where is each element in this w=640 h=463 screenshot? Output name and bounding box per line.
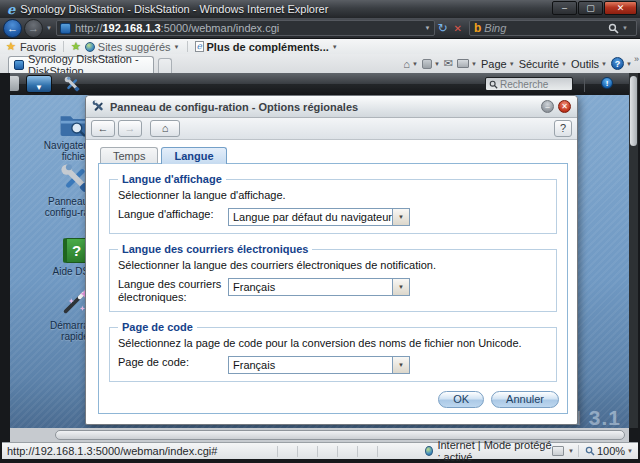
dialog-close-button[interactable]: ✕ bbox=[558, 100, 571, 113]
vertical-scrollbar-thumb[interactable] bbox=[630, 76, 637, 146]
control-panel-mini-icon bbox=[92, 100, 105, 113]
compatibility-view-icon[interactable] bbox=[552, 446, 564, 456]
print-button[interactable]: ▼ bbox=[457, 59, 477, 68]
selected-value: Français bbox=[229, 357, 392, 373]
codepage-select[interactable]: Français ▼ bbox=[228, 356, 410, 374]
suggested-sites-item[interactable]: Sites suggérés ▼ bbox=[85, 41, 180, 53]
new-tab-button[interactable] bbox=[158, 58, 172, 73]
status-link-text: http://192.168.1.3:5000/webman/index.cgi… bbox=[7, 445, 217, 457]
langue-tab-panel: Langue d'affichage Sélectionner la langu… bbox=[98, 163, 568, 414]
minimize-button[interactable]: – bbox=[552, 1, 577, 15]
url-prefix: http:// bbox=[75, 22, 103, 34]
recent-pages-dropdown-icon[interactable]: ▼ bbox=[46, 25, 52, 31]
mail-language-section: Langue des courriers électroniques Sélec… bbox=[109, 243, 557, 312]
edge-handle[interactable] bbox=[10, 76, 19, 91]
tools-menu[interactable]: Outils ▼ bbox=[571, 58, 607, 70]
read-mail-button[interactable]: ✉ bbox=[444, 57, 453, 70]
field-label: Page de code: bbox=[118, 356, 228, 369]
feeds-button[interactable]: ▼ bbox=[422, 59, 440, 69]
bing-logo-icon: b bbox=[474, 21, 481, 35]
dsm-search-input[interactable] bbox=[500, 79, 569, 90]
more-addons-item[interactable]: e Plus de compléments... ▼ bbox=[195, 41, 338, 53]
window-title: Synology DiskStation - DiskStation - Win… bbox=[20, 3, 328, 15]
dialog-forward-button[interactable]: → bbox=[118, 120, 142, 137]
chevron-down-icon: ▼ bbox=[412, 61, 418, 67]
dialog-minimize-button[interactable]: – bbox=[541, 100, 554, 113]
search-input[interactable] bbox=[484, 22, 608, 34]
security-menu[interactable]: Sécurité ▼ bbox=[519, 58, 567, 70]
management-button[interactable] bbox=[60, 75, 84, 93]
section-description: Sélectionner la langue des courriers éle… bbox=[118, 259, 548, 271]
back-button[interactable]: ← bbox=[3, 19, 22, 38]
display-language-select[interactable]: Langue par défaut du navigateur ▼ bbox=[228, 208, 410, 226]
section-description: Sélectionnez la page de code pour la con… bbox=[118, 337, 548, 349]
titlebar[interactable]: e Synology DiskStation - DiskStation - W… bbox=[0, 0, 640, 18]
command-bar: ⌂ ▼ ▼ ✉ ▼ Page ▼ Sécurité ▼ bbox=[403, 54, 632, 73]
chevron-down-icon[interactable]: ▼ bbox=[568, 448, 574, 454]
zoom-control[interactable]: 100% ▼ bbox=[578, 445, 633, 457]
zoom-level: 100% bbox=[597, 445, 625, 457]
zone-text: Internet | Mode protégé : activé bbox=[437, 439, 552, 463]
help-icon: ? bbox=[611, 57, 624, 70]
selected-value: Français bbox=[229, 279, 392, 295]
dialog-home-button[interactable]: ⌂ bbox=[150, 120, 180, 137]
ie-logo-icon: e bbox=[7, 3, 15, 16]
tab-synology-diskstation[interactable]: Synology DiskStation - DiskStation bbox=[8, 56, 154, 73]
favorites-label[interactable]: Favoris bbox=[20, 41, 56, 53]
section-legend: Langue des courriers électroniques bbox=[118, 243, 312, 255]
field-label: Langue d'affichage: bbox=[118, 208, 228, 221]
ok-button[interactable]: OK bbox=[438, 391, 484, 408]
address-dropdown-icon[interactable]: ▼ bbox=[425, 25, 431, 31]
section-legend: Page de code bbox=[118, 321, 197, 333]
combo-arrow-icon[interactable]: ▼ bbox=[392, 357, 409, 373]
stop-icon[interactable]: ✕ bbox=[454, 23, 462, 34]
refresh-icon[interactable]: ↻ bbox=[438, 21, 448, 35]
forward-button[interactable]: → bbox=[24, 19, 43, 38]
tab-langue[interactable]: Langue bbox=[161, 147, 226, 164]
combo-arrow-icon[interactable]: ▼ bbox=[392, 279, 409, 295]
site-favicon bbox=[60, 23, 71, 34]
chevron-down-icon: ▼ bbox=[434, 61, 440, 67]
vertical-scrollbar[interactable] bbox=[629, 73, 638, 428]
toolbar-overflow-chevron[interactable]: » bbox=[634, 54, 639, 64]
maximize-button[interactable]: ▢ bbox=[578, 1, 603, 15]
combo-arrow-icon[interactable]: ▼ bbox=[392, 209, 409, 225]
url-text: http://192.168.1.3:5000/webman/index.cgi bbox=[75, 22, 279, 34]
dialog-toolbar: ← → ⌂ ? bbox=[86, 118, 577, 140]
dsm-search-box[interactable] bbox=[485, 77, 573, 91]
address-bar[interactable]: http://192.168.1.3:5000/webman/index.cgi… bbox=[56, 20, 435, 36]
regional-options-dialog: Panneau de configu-ration - Options régi… bbox=[85, 95, 578, 425]
mail-language-select[interactable]: Français ▼ bbox=[228, 278, 410, 296]
home-button[interactable]: ⌂ ▼ bbox=[403, 58, 418, 70]
more-addons-label: Plus de compléments... bbox=[207, 41, 329, 53]
chevron-down-icon[interactable]: ▼ bbox=[627, 448, 633, 454]
url-host: 192.168.1.3 bbox=[102, 22, 160, 34]
addon-page-icon: e bbox=[195, 41, 204, 52]
zoom-icon bbox=[585, 446, 595, 456]
divider bbox=[584, 76, 585, 92]
cancel-button[interactable]: Annuler bbox=[491, 391, 559, 408]
main-menu-button[interactable]: ▼ bbox=[26, 75, 52, 93]
tools-menu-label: Outils bbox=[571, 58, 599, 70]
dialog-back-button[interactable]: ← bbox=[91, 120, 115, 137]
add-favorite-icon[interactable]: ★ bbox=[71, 40, 81, 53]
chevron-down-icon: ▼ bbox=[509, 61, 515, 67]
chevron-down-icon: ▼ bbox=[601, 61, 607, 67]
tab-temps[interactable]: Temps bbox=[100, 147, 158, 164]
home-icon: ⌂ bbox=[403, 58, 410, 70]
divider bbox=[187, 41, 188, 52]
search-dropdown-icon[interactable]: ▼ bbox=[622, 25, 628, 31]
favorites-star-icon[interactable]: ★ bbox=[6, 40, 16, 53]
dialog-titlebar[interactable]: Panneau de configu-ration - Options régi… bbox=[86, 96, 577, 118]
page-menu[interactable]: Page ▼ bbox=[481, 58, 515, 70]
dialog-help-button[interactable]: ? bbox=[554, 120, 572, 137]
help-menu[interactable]: ? ▼ bbox=[611, 57, 632, 70]
search-icon[interactable] bbox=[608, 23, 619, 34]
section-legend: Langue d'affichage bbox=[118, 173, 226, 185]
chevron-down-icon: ▼ bbox=[35, 83, 43, 92]
close-button[interactable]: ✕ bbox=[604, 1, 637, 15]
security-zone: Internet | Mode protégé : activé bbox=[425, 439, 552, 463]
tab-favicon bbox=[14, 60, 24, 70]
search-box[interactable]: b ▼ bbox=[469, 20, 637, 36]
pilot-info-icon[interactable]: ! bbox=[601, 77, 613, 89]
